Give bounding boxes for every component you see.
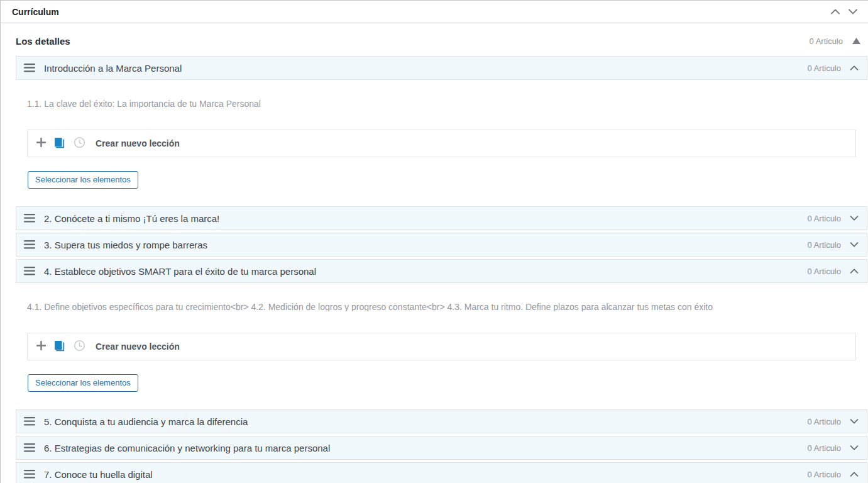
book-icon	[53, 137, 66, 150]
topic-title: 5. Conquista a tu audiencia y marca la d…	[44, 416, 808, 427]
topic-row[interactable]: 2. Conócete a ti mismo ¡Tú eres la marca…	[16, 206, 867, 230]
create-lesson-bar[interactable]: Crear nuevo lección	[27, 333, 856, 360]
topics-list: Introducción a la Marca Personal 0 Artic…	[1, 56, 868, 483]
topic-row[interactable]: 4. Establece objetivos SMART para el éxi…	[16, 259, 867, 283]
select-elements-button[interactable]: Seleccionar los elementos	[28, 374, 138, 392]
topic-expanded-content: 4.1. Define objetivos específicos para t…	[1, 303, 868, 392]
add-button[interactable]	[36, 138, 46, 149]
drag-handle-icon[interactable]	[24, 240, 35, 249]
topic-article-count: 0 Articulo	[808, 443, 841, 453]
topic-row[interactable]: 6. Estrategias de comunicación y network…	[16, 436, 867, 460]
lesson-book-button[interactable]	[53, 340, 66, 353]
drag-handle-icon[interactable]	[24, 470, 35, 479]
metabox-header: Currículum	[1, 1, 868, 23]
topic-title: 7. Conoce tu huella digital	[44, 469, 808, 480]
topic-article-count: 0 Articulo	[808, 64, 841, 73]
details-toggle-button[interactable]	[852, 36, 860, 46]
topic-row[interactable]: 3. Supera tus miedos y rompe barreras 0 …	[16, 233, 867, 257]
create-lesson-label: Crear nuevo lección	[96, 138, 180, 148]
lesson-summary: 1.1. La clave del éxito: La importancia …	[27, 99, 855, 108]
metabox-order-controls	[828, 4, 862, 19]
topic-article-count: 0 Articulo	[808, 417, 841, 426]
topic-title: 2. Conócete a ti mismo ¡Tú eres la marca…	[44, 213, 808, 224]
metabox-title: Currículum	[12, 7, 59, 17]
lesson-book-button[interactable]	[53, 137, 66, 150]
add-button[interactable]	[36, 341, 46, 352]
topic-title: 3. Supera tus miedos y rompe barreras	[44, 240, 808, 250]
chevron-up-icon[interactable]	[850, 269, 859, 274]
plus-icon	[36, 138, 46, 149]
drag-handle-icon[interactable]	[24, 417, 35, 426]
chevron-up-icon	[830, 7, 840, 16]
topic-title: Introducción a la Marca Personal	[44, 63, 808, 74]
topic-article-count: 0 Articulo	[808, 470, 841, 479]
clock-icon	[74, 136, 85, 150]
topic-row[interactable]: 5. Conquista a tu audiencia y marca la d…	[16, 409, 867, 433]
details-article-count: 0 Articulo	[810, 36, 843, 46]
details-title: Los detalles	[16, 36, 70, 47]
drag-handle-icon[interactable]	[24, 267, 35, 275]
chevron-down-icon[interactable]	[850, 445, 859, 450]
chevron-down-icon	[848, 7, 858, 16]
chevron-up-icon[interactable]	[850, 472, 859, 477]
lesson-summary: 4.1. Define objetivos específicos para t…	[27, 303, 855, 311]
topic-title: 6. Estrategias de comunicación y network…	[44, 443, 808, 453]
create-lesson-bar[interactable]: Crear nuevo lección	[27, 130, 856, 157]
drag-handle-icon[interactable]	[24, 64, 35, 72]
chevron-down-icon[interactable]	[850, 419, 859, 424]
clock-button[interactable]	[74, 136, 85, 150]
plus-icon	[36, 341, 46, 352]
details-header: Los detalles 0 Articulo	[16, 36, 860, 46]
create-lesson-label: Crear nuevo lección	[96, 341, 180, 352]
clock-icon	[74, 340, 85, 353]
curriculum-metabox: Currículum Los detalles 0 Articulo	[0, 0, 868, 483]
clock-button[interactable]	[74, 340, 85, 353]
chevron-down-icon[interactable]	[850, 216, 859, 221]
chevron-up-icon[interactable]	[850, 65, 859, 70]
move-up-button[interactable]	[828, 4, 843, 19]
topic-article-count: 0 Articulo	[808, 214, 841, 223]
chevron-down-icon[interactable]	[850, 242, 859, 247]
triangle-up-icon	[852, 36, 860, 46]
move-down-button[interactable]	[845, 4, 860, 19]
topic-article-count: 0 Articulo	[808, 240, 841, 250]
book-icon	[53, 340, 66, 353]
select-elements-button[interactable]: Seleccionar los elementos	[28, 171, 138, 189]
topic-expanded-content: 1.1. La clave del éxito: La importancia …	[1, 99, 868, 189]
topic-title: 4. Establece objetivos SMART para el éxi…	[44, 266, 808, 277]
topic-row[interactable]: 7. Conoce tu huella digital 0 Articulo	[16, 462, 867, 483]
topic-row[interactable]: Introducción a la Marca Personal 0 Artic…	[16, 56, 867, 80]
drag-handle-icon[interactable]	[24, 443, 35, 452]
drag-handle-icon[interactable]	[24, 214, 35, 223]
topic-article-count: 0 Articulo	[808, 267, 841, 276]
